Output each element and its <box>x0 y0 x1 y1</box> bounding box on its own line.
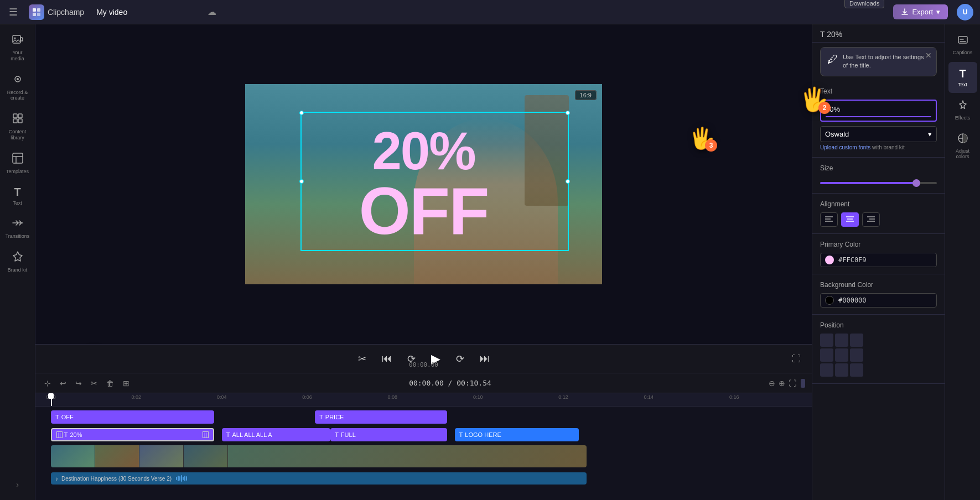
clip-all-all[interactable]: T ALL ALL ALL A <box>222 428 330 441</box>
primary-color-value: #FFC0F9 <box>838 256 867 264</box>
video-title-input[interactable] <box>93 7 196 18</box>
preview-canvas: 20% OFF 16:9 <box>245 84 602 284</box>
add-to-timeline-button[interactable]: ⊞ <box>121 378 132 389</box>
split-button[interactable]: ✂ <box>89 378 100 389</box>
alignment-section: Alignment <box>812 194 945 234</box>
sidebar-item-record-create[interactable]: Record & create <box>3 69 32 106</box>
avatar[interactable]: U <box>957 4 973 20</box>
sidebar-label-record: Record & create <box>7 90 29 102</box>
svg-rect-0 <box>33 8 36 12</box>
timeline-time-display: 00:00.00 / 00:10.54 <box>136 379 764 387</box>
skip-back-button[interactable]: ⏮ <box>380 351 394 367</box>
app-logo[interactable]: Clipchamp <box>29 4 84 20</box>
position-label: Position <box>820 321 937 329</box>
ruler-mark-4: 0:04 <box>217 394 227 400</box>
bg-color-section: Background Color #000000 <box>812 274 945 315</box>
preview-wrapper: 20% OFF 16:9 <box>35 24 812 500</box>
clip-price[interactable]: T PRICE <box>315 410 447 424</box>
pos-bot-right[interactable] <box>850 363 863 377</box>
templates-icon <box>12 152 24 167</box>
sidebar-item-templates[interactable]: Templates <box>3 148 32 179</box>
collapse-sidebar-btn[interactable]: › <box>3 476 32 493</box>
magnet-snap-button[interactable]: ⊹ <box>42 378 53 389</box>
sidebar-item-transitions[interactable]: Transitions <box>3 212 32 244</box>
timeline-body: 0:00 0:02 0:04 0:06 0:08 0:10 0:12 0:14 … <box>35 393 812 486</box>
alignment-label: Alignment <box>820 200 937 208</box>
downloads-badge[interactable]: Downloads <box>844 0 884 8</box>
hamburger-menu[interactable]: ☰ <box>7 5 20 19</box>
text-input[interactable] <box>826 105 931 113</box>
record-icon <box>12 73 24 88</box>
sidebar-item-captions[interactable]: Captions <box>948 29 977 61</box>
clip-full[interactable]: T FULL <box>330 428 447 441</box>
position-grid <box>820 334 937 377</box>
pos-top-right[interactable] <box>850 334 863 347</box>
size-slider[interactable] <box>820 182 937 184</box>
sidebar-item-adjust-colors[interactable]: Adjust colors <box>948 127 977 165</box>
brand-kit-icon <box>12 251 24 265</box>
primary-color-section: Primary Color #FFC0F9 <box>812 234 945 274</box>
sidebar-item-content-library[interactable]: Content library <box>3 108 32 145</box>
export-button[interactable]: Export ▾ <box>893 4 948 19</box>
pos-mid-right[interactable] <box>850 348 863 362</box>
track-content-text2: || T 20% || T ALL ALL ALL A T <box>35 426 812 443</box>
primary-color-swatch[interactable]: #FFC0F9 <box>820 253 937 267</box>
sidebar-item-effects[interactable]: Effects <box>948 94 977 126</box>
main-layout: Your media Record & create Content libra… <box>0 24 980 500</box>
clip-20pct[interactable]: || T 20% || <box>51 428 214 441</box>
pos-mid-left[interactable] <box>820 348 833 362</box>
track-content-text1: T OFF T PRICE <box>35 409 812 425</box>
clip-off[interactable]: T OFF <box>51 410 214 424</box>
zoom-out-button[interactable]: ⊖ <box>769 379 775 388</box>
pos-top-center[interactable] <box>835 334 848 347</box>
fast-forward-button[interactable]: ⟳ <box>454 351 466 367</box>
fullscreen-button[interactable]: ⛶ <box>790 352 803 366</box>
bg-color-value: #000000 <box>838 296 867 304</box>
skip-forward-button[interactable]: ⏭ <box>478 351 492 367</box>
tooltip-close-button[interactable]: ✕ <box>925 51 932 60</box>
zoom-in-button[interactable]: ⊕ <box>779 379 785 388</box>
redo-button[interactable]: ↪ <box>73 378 84 389</box>
pos-mid-center[interactable] <box>835 348 848 362</box>
timeline-collapse-btn[interactable] <box>801 379 805 388</box>
preview-area: 20% OFF 16:9 <box>35 24 812 344</box>
left-sidebar: Your media Record & create Content libra… <box>0 24 35 500</box>
bg-color-swatch[interactable]: #000000 <box>820 293 937 308</box>
align-left-button[interactable] <box>820 212 838 227</box>
upload-fonts-link[interactable]: Upload custom fonts <box>820 144 870 150</box>
clip-logo-here[interactable]: T LOGO HERE <box>455 428 579 441</box>
captions-label: Captions <box>953 50 973 55</box>
sidebar-item-text-tool[interactable]: T Text <box>948 62 977 93</box>
sidebar-item-your-media[interactable]: Your media <box>3 29 32 66</box>
fit-timeline-button[interactable]: ⛶ <box>789 379 796 388</box>
sidebar-item-brand-kit[interactable]: Brand kit <box>3 246 32 278</box>
sidebar-item-text[interactable]: T Text <box>3 181 32 211</box>
align-right-button[interactable] <box>862 212 880 227</box>
tooltip-panel: 🖊 Use Text to adjust the settings of the… <box>820 47 937 76</box>
video-clip[interactable] <box>51 445 587 467</box>
preview-text-off: OFF <box>359 178 489 244</box>
audio-clip[interactable]: ♪ Destination Happiness (30 Seconds Vers… <box>51 472 587 485</box>
music-icon: ♪ <box>55 476 58 482</box>
waveform <box>176 475 187 482</box>
align-center-button[interactable] <box>841 212 859 227</box>
font-selector[interactable]: Oswald ▾ <box>820 126 937 142</box>
delete-button[interactable]: 🗑 <box>104 378 116 389</box>
track-content-video <box>35 444 812 468</box>
size-section: Size <box>812 158 945 194</box>
bg-color-dot <box>825 296 834 305</box>
text-icon: T <box>14 186 20 199</box>
undo-button[interactable]: ↩ <box>58 378 69 389</box>
ruler-mark-14: 0:14 <box>644 394 654 400</box>
time-display: 00:00.00 <box>409 361 438 368</box>
library-icon <box>12 112 24 127</box>
sidebar-label-text: Text <box>13 200 22 206</box>
scissors-button[interactable]: ✂ <box>356 351 369 367</box>
pos-top-left[interactable] <box>820 334 833 347</box>
svg-rect-2 <box>33 13 36 16</box>
zoom-controls: ⊖ ⊕ ⛶ <box>769 379 796 388</box>
pos-bot-left[interactable] <box>820 363 833 377</box>
pos-bot-center[interactable] <box>835 363 848 377</box>
tooltip-text: Use Text to adjust the settings of the t… <box>843 53 930 70</box>
timeline-ruler: 0:00 0:02 0:04 0:06 0:08 0:10 0:12 0:14 … <box>35 393 812 407</box>
